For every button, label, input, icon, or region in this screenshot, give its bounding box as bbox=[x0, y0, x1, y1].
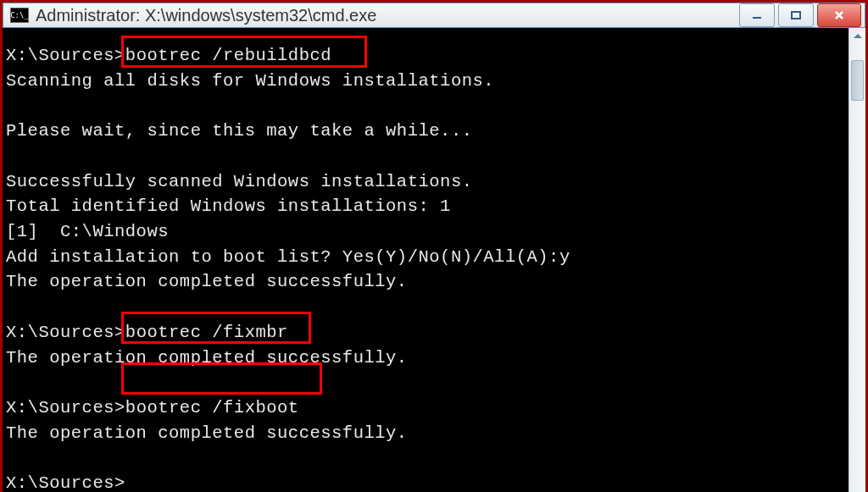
vertical-scrollbar[interactable] bbox=[849, 28, 865, 492]
maximize-icon bbox=[790, 9, 802, 21]
output-line: [1] C:\Windows bbox=[6, 222, 169, 241]
output-line: Total identified Windows installations: … bbox=[6, 196, 451, 216]
output-line: Successfully scanned Windows installatio… bbox=[6, 172, 473, 191]
command-text: bootrec /fixboot bbox=[125, 398, 299, 417]
maximize-button[interactable] bbox=[778, 3, 814, 27]
output-line: Please wait, since this may take a while… bbox=[6, 121, 473, 141]
prompt: X:\Sources> bbox=[6, 398, 125, 417]
command-text: bootrec /fixmbr bbox=[125, 323, 288, 342]
titlebar[interactable]: C:\_ Administrator: X:\windows\system32\… bbox=[3, 3, 865, 28]
output-line: The operation completed successfully. bbox=[6, 423, 408, 443]
close-icon bbox=[833, 9, 845, 21]
prompt: X:\Sources> bbox=[6, 46, 125, 65]
minimize-icon bbox=[751, 9, 763, 21]
close-button[interactable] bbox=[817, 3, 861, 27]
command-text: bootrec /rebuildbcd bbox=[125, 46, 331, 65]
terminal-output[interactable]: X:\Sources>bootrec /rebuildbcd Scanning … bbox=[3, 28, 849, 492]
cmd-icon: C:\_ bbox=[10, 8, 29, 23]
chevron-up-icon bbox=[854, 34, 862, 39]
scroll-track[interactable] bbox=[849, 45, 865, 492]
output-line: The operation completed successfully. bbox=[6, 348, 408, 368]
scroll-up-button[interactable] bbox=[849, 28, 865, 45]
svg-rect-1 bbox=[792, 12, 800, 19]
prompt: X:\Sources> bbox=[6, 323, 125, 342]
scroll-thumb[interactable] bbox=[851, 60, 864, 101]
output-line: Scanning all disks for Windows installat… bbox=[6, 71, 494, 91]
minimize-button[interactable] bbox=[739, 3, 775, 27]
terminal-area: X:\Sources>bootrec /rebuildbcd Scanning … bbox=[3, 28, 865, 492]
command-prompt-window: C:\_ Administrator: X:\windows\system32\… bbox=[3, 3, 865, 489]
output-line: The operation completed successfully. bbox=[6, 272, 408, 291]
window-controls bbox=[739, 3, 861, 27]
output-line: Add installation to boot list? Yes(Y)/No… bbox=[6, 247, 570, 267]
window-title: Administrator: X:\windows\system32\cmd.e… bbox=[36, 6, 739, 25]
prompt: X:\Sources> bbox=[6, 473, 125, 492]
